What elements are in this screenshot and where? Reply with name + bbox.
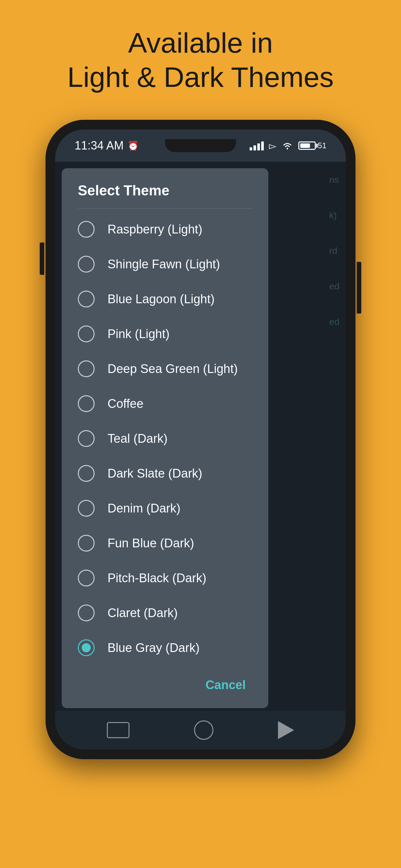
status-icons: ▻ 51 bbox=[250, 140, 327, 151]
side-button-left bbox=[40, 243, 44, 275]
theme-label-teal-dark: Teal (Dark) bbox=[107, 432, 167, 445]
radio-raspberry-light bbox=[78, 221, 95, 238]
bottom-nav bbox=[55, 711, 346, 749]
theme-label-pink-light: Pink (Light) bbox=[107, 327, 169, 341]
theme-item-fun-blue-dark[interactable]: Fun Blue (Dark) bbox=[62, 526, 268, 561]
alarm-icon: ⏰ bbox=[127, 141, 139, 151]
theme-label-denim-dark: Denim (Dark) bbox=[107, 501, 181, 516]
radio-fun-blue-dark bbox=[78, 535, 95, 552]
phone-notch bbox=[165, 139, 236, 152]
wifi-icon-svg bbox=[281, 141, 293, 150]
radio-dark-slate-dark bbox=[78, 465, 95, 482]
header-text: Available in Light & Dark Themes bbox=[42, 26, 360, 94]
radio-teal-dark bbox=[78, 430, 95, 447]
wifi-icon: ▻ bbox=[269, 140, 276, 151]
theme-item-pink-light[interactable]: Pink (Light) bbox=[62, 316, 268, 351]
theme-label-blue-gray-dark: Blue Gray (Dark) bbox=[107, 641, 199, 655]
theme-list: Raspberry (Light) Shingle Fawn (Light) B… bbox=[62, 209, 268, 669]
radio-inner-blue-gray-dark bbox=[82, 643, 91, 652]
theme-item-pitch-black-dark[interactable]: Pitch-Black (Dark) bbox=[62, 561, 268, 595]
phone-frame: 11:34 AM ⏰ ▻ bbox=[45, 120, 356, 759]
radio-pink-light bbox=[78, 326, 95, 342]
bottom-rect-button[interactable] bbox=[107, 722, 129, 738]
theme-item-deep-sea-green-light[interactable]: Deep Sea Green (Light) bbox=[62, 351, 268, 386]
radio-blue-lagoon-light bbox=[78, 290, 95, 307]
app-background: ← 📞 🎨 ☰ ✕ ⌨ 📁 ☆ ♪ 🚶 ⏰ 📄 ⚡ bbox=[55, 162, 346, 711]
theme-label-claret-dark: Claret (Dark) bbox=[107, 606, 178, 620]
bottom-home-button[interactable] bbox=[194, 720, 213, 740]
radio-claret-dark bbox=[78, 604, 95, 621]
theme-label-coffee: Coffee bbox=[107, 397, 143, 411]
radio-blue-gray-dark bbox=[78, 640, 95, 656]
theme-item-dark-slate-dark[interactable]: Dark Slate (Dark) bbox=[62, 456, 268, 491]
theme-item-coffee[interactable]: Coffee bbox=[62, 386, 268, 421]
theme-item-blue-gray-dark[interactable]: Blue Gray (Dark) bbox=[62, 630, 268, 665]
status-time: 11:34 AM ⏰ bbox=[74, 139, 139, 152]
dialog-actions: Cancel bbox=[62, 669, 268, 708]
theme-label-pitch-black-dark: Pitch-Black (Dark) bbox=[107, 571, 206, 585]
signal-icon bbox=[250, 141, 264, 151]
theme-item-denim-dark[interactable]: Denim (Dark) bbox=[62, 491, 268, 526]
dialog-overlay: Select Theme Raspberry (Light) S bbox=[55, 162, 346, 711]
battery-indicator: 51 bbox=[298, 141, 327, 150]
theme-item-shingle-fawn-light[interactable]: Shingle Fawn (Light) bbox=[62, 247, 268, 282]
dialog-title: Select Theme bbox=[62, 168, 268, 208]
theme-label-shingle-fawn-light: Shingle Fawn (Light) bbox=[107, 257, 220, 271]
theme-label-dark-slate-dark: Dark Slate (Dark) bbox=[107, 467, 203, 480]
radio-coffee bbox=[78, 395, 95, 412]
side-button-right bbox=[357, 262, 361, 314]
bottom-back-button[interactable] bbox=[278, 721, 294, 739]
radio-deep-sea-green-light bbox=[78, 361, 95, 377]
theme-item-claret-dark[interactable]: Claret (Dark) bbox=[62, 595, 268, 630]
theme-dialog: Select Theme Raspberry (Light) S bbox=[62, 168, 268, 708]
cancel-button[interactable]: Cancel bbox=[199, 675, 252, 695]
theme-label-blue-lagoon-light: Blue Lagoon (Light) bbox=[107, 292, 215, 306]
radio-pitch-black-dark bbox=[78, 569, 95, 586]
radio-denim-dark bbox=[78, 500, 95, 517]
theme-label-deep-sea-green-light: Deep Sea Green (Light) bbox=[107, 362, 238, 376]
theme-item-teal-dark[interactable]: Teal (Dark) bbox=[62, 421, 268, 456]
theme-label-raspberry-light: Raspberry (Light) bbox=[107, 222, 203, 237]
theme-item-blue-lagoon-light[interactable]: Blue Lagoon (Light) bbox=[62, 282, 268, 316]
theme-label-fun-blue-dark: Fun Blue (Dark) bbox=[107, 536, 194, 550]
theme-item-raspberry-light[interactable]: Raspberry (Light) bbox=[62, 212, 268, 247]
radio-shingle-fawn-light bbox=[78, 256, 95, 273]
